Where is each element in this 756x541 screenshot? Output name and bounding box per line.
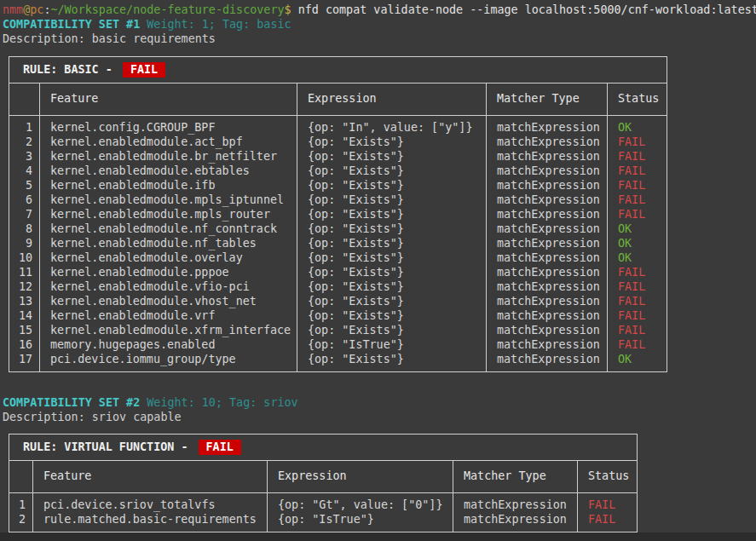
row-number: 11 <box>9 265 40 279</box>
prompt-path: ~/Workspace/node-feature-discovery <box>50 3 284 16</box>
row-number: 8 <box>9 222 40 236</box>
row-number: 1 <box>9 493 33 513</box>
feature-cell: kernel.enabledmodule.ebtables <box>40 164 297 178</box>
status-cell: FAIL <box>608 135 667 149</box>
table-row: 5kernel.enabledmodule.ifb{op: "Exists"}m… <box>9 178 667 193</box>
status-cell: FAIL <box>608 149 667 164</box>
row-number: 2 <box>9 135 40 149</box>
expression-cell: {op: "Exists"} <box>297 265 487 279</box>
table-row: 7kernel.enabledmodule.mpls_router{op: "E… <box>9 207 667 222</box>
feature-cell: kernel.enabledmodule.vrf <box>40 308 297 323</box>
feature-cell: pci.device.iommu_group/type <box>40 352 297 372</box>
expression-cell: {op: "Exists"} <box>297 149 487 164</box>
expression-cell: {op: "Exists"} <box>297 294 487 308</box>
row-number: 9 <box>9 236 40 250</box>
table-row: 1pci.device.sriov_totalvfs{op: "Gt", val… <box>9 493 638 513</box>
table-row: 4kernel.enabledmodule.ebtables{op: "Exis… <box>9 164 667 178</box>
terminal-bottom-edge <box>0 532 756 541</box>
matcher-cell: matchExpression <box>487 222 608 236</box>
table-row: 14kernel.enabledmodule.vrf{op: "Exists"}… <box>9 308 667 323</box>
rule-table-virtual-function: RULE: VIRTUAL FUNCTION - FAIL Feature Ex… <box>9 434 638 532</box>
matcher-cell: matchExpression <box>487 265 608 279</box>
matcher-cell: matchExpression <box>487 135 608 149</box>
status-cell: FAIL <box>578 493 638 513</box>
matcher-cell: matchExpression <box>487 337 608 352</box>
feature-cell: kernel.enabledmodule.mpls_router <box>40 207 297 222</box>
row-number: 3 <box>9 149 40 164</box>
status-cell: FAIL <box>608 323 667 337</box>
column-header-row: Feature Expression Matcher Type Status <box>9 83 667 116</box>
matcher-cell: matchExpression <box>487 323 608 337</box>
row-number: 1 <box>9 116 40 135</box>
set1-header: COMPATIBILITY SET #1 Weight: 1; Tag: bas… <box>3 17 756 32</box>
row-number: 6 <box>9 193 40 207</box>
table-row: 12kernel.enabledmodule.vfio-pci{op: "Exi… <box>9 279 667 294</box>
feature-cell: kernel.enabledmodule.vhost_net <box>40 294 297 308</box>
prompt-username: nmm <box>3 3 23 16</box>
status-cell: OK <box>608 250 667 265</box>
prompt-line[interactable]: nmm@pc:~/Workspace/node-feature-discover… <box>3 3 756 17</box>
row-number: 5 <box>9 178 40 193</box>
expression-cell: {op: "Exists"} <box>297 207 487 222</box>
column-header-status: Status <box>608 83 667 116</box>
status-cell: FAIL <box>608 193 667 207</box>
terminal-window[interactable]: { "colors": { "background": "#3a3a3a", "… <box>0 0 756 541</box>
set2-meta: Weight: 10; Tag: sriov <box>140 396 297 409</box>
expression-cell: {op: "Exists"} <box>297 279 487 294</box>
rule-header-row: RULE: VIRTUAL FUNCTION - FAIL <box>9 435 638 461</box>
expression-cell: {op: "Exists"} <box>297 352 487 372</box>
status-cell: OK <box>608 222 667 236</box>
status-cell: FAIL <box>608 308 667 323</box>
row-number: 10 <box>9 250 40 265</box>
rule-table-basic: RULE: BASIC - FAIL Feature Expression Ma… <box>9 56 667 372</box>
rule-label: RULE: VIRTUAL FUNCTION - <box>23 440 195 453</box>
expression-cell: {op: "IsTrue"} <box>297 337 487 352</box>
row-number: 15 <box>9 323 40 337</box>
table-row: 2kernel.enabledmodule.act_bpf{op: "Exist… <box>9 135 667 149</box>
row-number: 4 <box>9 164 40 178</box>
column-header-index <box>9 83 40 116</box>
status-cell: FAIL <box>608 294 667 308</box>
set2-header: COMPATIBILITY SET #2 Weight: 10; Tag: sr… <box>3 395 756 410</box>
set2-description: Description: sriov capable <box>3 410 756 424</box>
column-header-feature: Feature <box>33 461 268 493</box>
table-row: 9kernel.enabledmodule.nf_tables{op: "Exi… <box>9 236 667 250</box>
status-cell: OK <box>608 352 667 372</box>
row-number: 7 <box>9 207 40 222</box>
table-row: 13kernel.enabledmodule.vhost_net{op: "Ex… <box>9 294 667 308</box>
expression-cell: {op: "Exists"} <box>297 308 487 323</box>
status-cell: FAIL <box>608 178 667 193</box>
row-number: 16 <box>9 337 40 352</box>
feature-cell: kernel.enabledmodule.nf_conntrack <box>40 222 297 236</box>
expression-cell: {op: "In", value: ["y"]} <box>297 116 487 135</box>
feature-cell: kernel.enabledmodule.br_netfilter <box>40 149 297 164</box>
matcher-cell: matchExpression <box>487 294 608 308</box>
matcher-cell: matchExpression <box>487 193 608 207</box>
expression-cell: {op: "Exists"} <box>297 164 487 178</box>
status-cell: FAIL <box>608 207 667 222</box>
matcher-cell: matchExpression <box>487 279 608 294</box>
set1-meta: Weight: 1; Tag: basic <box>140 18 291 31</box>
matcher-cell: matchExpression <box>453 512 578 532</box>
expression-cell: {op: "Exists"} <box>297 236 487 250</box>
feature-cell: kernel.enabledmodule.nf_tables <box>40 236 297 250</box>
table-row: 1kernel.config.CGROUP_BPF{op: "In", valu… <box>9 116 667 135</box>
table-row: 8kernel.enabledmodule.nf_conntrack{op: "… <box>9 222 667 236</box>
column-header-expression: Expression <box>297 83 487 116</box>
expression-cell: {op: "Exists"} <box>297 193 487 207</box>
matcher-cell: matchExpression <box>487 207 608 222</box>
column-header-status: Status <box>578 461 638 493</box>
set2-title: COMPATIBILITY SET #2 <box>3 396 140 409</box>
feature-cell: kernel.enabledmodule.act_bpf <box>40 135 297 149</box>
set1-title: COMPATIBILITY SET #1 <box>3 18 140 31</box>
feature-cell: kernel.enabledmodule.xfrm_interface <box>40 323 297 337</box>
expression-cell: {op: "Exists"} <box>297 178 487 193</box>
table-row: 17pci.device.iommu_group/type{op: "Exist… <box>9 352 667 372</box>
feature-cell: memory.hugepages.enabled <box>40 337 297 352</box>
expression-cell: {op: "Exists"} <box>297 250 487 265</box>
table-row: 2rule.matched.basic-requirements{op: "Is… <box>9 512 638 532</box>
rule-status-badge: FAIL <box>123 62 165 78</box>
status-cell: FAIL <box>608 265 667 279</box>
table-row: 10kernel.enabledmodule.overlay{op: "Exis… <box>9 250 667 265</box>
column-header-expression: Expression <box>268 461 453 493</box>
